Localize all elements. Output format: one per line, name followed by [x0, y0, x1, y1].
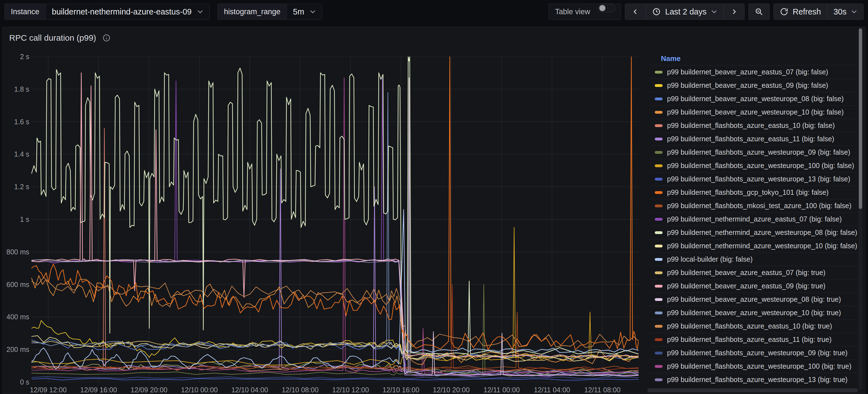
series-name: p99 buildernet_flashbots_azure_westeurop…	[667, 148, 850, 156]
refresh-icon	[780, 7, 788, 16]
legend-item[interactable]: p99 buildernet_nethermind_azure_westeuro…	[650, 226, 861, 239]
refresh-button[interactable]: Refresh	[774, 4, 827, 20]
legend-item[interactable]: p99 buildernet_beaver_azure_westeurope_1…	[650, 105, 861, 119]
series-color-swatch	[655, 71, 662, 73]
x-axis-tick-label: 12/11 08:00	[584, 386, 620, 394]
series-line	[31, 78, 639, 376]
series-color-swatch	[655, 111, 662, 114]
x-axis-tick-label: 12/10 04:00	[231, 386, 268, 394]
y-axis-tick-label: 800 ms	[4, 248, 29, 256]
series-name: p99 buildernet_nethermind_azure_westeuro…	[667, 229, 857, 236]
legend-item[interactable]: p99 local-builder (big: false)	[650, 253, 861, 266]
legend-item[interactable]: p99 buildernet_beaver_azure_westeurope_0…	[650, 92, 861, 105]
legend-item[interactable]: p99 buildernet_beaver_azure_westeurope_1…	[650, 306, 861, 319]
chevron-left-icon	[631, 7, 640, 16]
legend-item[interactable]: p99 buildernet_nethermind_azure_eastus_0…	[650, 212, 861, 226]
instance-dropdown[interactable]: buildernet-nethermind-azure-eastus-09	[46, 4, 209, 20]
histogram-range-value: 5m	[293, 7, 304, 17]
series-color-swatch	[655, 271, 662, 274]
y-axis-tick-label: 1.4 s	[4, 150, 29, 158]
series-line	[31, 321, 639, 361]
x-axis-tick-label: 12/10 00:00	[181, 386, 218, 394]
legend-item[interactable]: p99 buildernet_flashbots_azure_westeurop…	[650, 172, 861, 186]
legend-item[interactable]: p99 buildernet_beaver_azure_eastus_07 (b…	[650, 266, 861, 279]
legend-item[interactable]: p99 buildernet_flashbots_gcp_tokyo_101 (…	[650, 186, 861, 199]
legend-item[interactable]: p99 buildernet_beaver_azure_eastus_09 (b…	[650, 78, 861, 92]
series-line	[31, 57, 639, 355]
legend-item[interactable]: p99 buildernet_flashbots_azure_westeurop…	[650, 145, 861, 159]
legend-item[interactable]: p99 buildernet_beaver_azure_eastus_09 (b…	[650, 279, 861, 293]
series-line	[31, 73, 639, 357]
legend-item[interactable]: p99 buildernet_flashbots_azure_eastus_11…	[650, 132, 861, 145]
legend-header-name[interactable]: Name	[650, 54, 861, 65]
histogram-range-dropdown[interactable]: 5m	[287, 4, 322, 20]
series-line	[31, 78, 639, 377]
legend-item[interactable]: p99 buildernet_flashbots_mkosi_test_azur…	[650, 199, 861, 212]
table-view-control: Table view	[549, 4, 621, 20]
clock-icon	[652, 7, 661, 16]
series-name: p99 buildernet_flashbots_azure_westeurop…	[667, 162, 854, 170]
y-axis-tick-label: 200 ms	[4, 345, 29, 354]
series-color-swatch	[655, 151, 662, 154]
legend-item[interactable]: p99 buildernet_flashbots_azure_eastus_10…	[650, 319, 861, 333]
histogram-range-variable-control: histogram_range 5m	[217, 4, 322, 20]
time-range-forward-button[interactable]	[723, 4, 744, 20]
series-name: p99 buildernet_flashbots_azure_eastus_11…	[667, 135, 834, 143]
legend-item[interactable]: p99 buildernet_flashbots_azure_eastus_11…	[650, 333, 861, 346]
legend-scrollbar-track[interactable]	[859, 27, 862, 390]
chevron-down-icon	[851, 10, 857, 14]
x-axis-tick-label: 12/11 00:00	[484, 386, 520, 394]
series-color-swatch	[655, 379, 662, 381]
instance-variable-control: Instance buildernet-nethermind-azure-eas…	[4, 4, 210, 20]
series-color-swatch	[655, 84, 662, 87]
series-color-swatch	[655, 231, 662, 234]
legend-item[interactable]: p99 buildernet_beaver_azure_eastus_07 (b…	[650, 65, 861, 78]
time-range-back-button[interactable]	[625, 4, 646, 20]
series-color-swatch	[655, 365, 662, 368]
refresh-label: Refresh	[793, 7, 821, 17]
series-color-swatch	[655, 258, 662, 261]
chevron-down-icon	[197, 10, 203, 14]
info-icon[interactable]	[102, 34, 111, 42]
legend-item[interactable]: p99 buildernet_flashbots_azure_eastus_10…	[650, 119, 861, 132]
series-name: p99 buildernet_beaver_azure_westeurope_0…	[667, 295, 841, 303]
x-axis-tick-label: 12/09 16:00	[80, 386, 117, 394]
series-name: p99 buildernet_flashbots_azure_eastus_10…	[667, 122, 835, 130]
series-color-swatch	[655, 204, 662, 207]
legend-item[interactable]: p99 buildernet_flashbots_azure_westeurop…	[650, 159, 861, 172]
zoom-out-button[interactable]	[748, 4, 770, 20]
x-axis-tick-label: 12/10 08:00	[282, 386, 319, 394]
time-series-plot[interactable]	[31, 57, 639, 382]
x-axis-tick-label: 12/10 20:00	[433, 386, 470, 394]
legend-item[interactable]: p99 buildernet_flashbots_azure_westeurop…	[650, 346, 861, 359]
series-color-swatch	[655, 178, 662, 180]
toolbar: Instance buildernet-nethermind-azure-eas…	[0, 0, 868, 24]
y-axis-tick-label: 1.8 s	[4, 85, 29, 93]
series-color-swatch	[655, 244, 662, 248]
legend-item[interactable]: p99 buildernet_flashbots_azure_westeurop…	[650, 359, 861, 373]
series-name: p99 buildernet_beaver_azure_westeurope_1…	[667, 309, 841, 317]
series-name: p99 buildernet_flashbots_gcp_tokyo_101 (…	[667, 188, 829, 196]
series-color-swatch	[655, 191, 662, 194]
series-name: p99 buildernet_flashbots_azure_westeurop…	[667, 375, 848, 384]
refresh-interval-dropdown[interactable]: 30s	[827, 4, 863, 20]
series-name: p99 buildernet_beaver_azure_westeurope_0…	[667, 95, 844, 103]
series-name: p99 local-builder (big: false)	[667, 255, 753, 263]
time-range-picker-button[interactable]: Last 2 days	[646, 4, 723, 20]
table-view-toggle[interactable]	[598, 4, 615, 12]
rpc-duration-panel: RPC call duration (p99) 0 s200 ms400 ms6…	[2, 27, 866, 394]
series-color-swatch	[655, 338, 662, 341]
legend-scrollbar-thumb[interactable]	[859, 28, 862, 209]
legend-item[interactable]: p99 buildernet_flashbots_azure_westeurop…	[650, 373, 861, 386]
legend-item[interactable]: p99 buildernet_beaver_azure_westeurope_0…	[650, 293, 861, 306]
legend-horizontal-scrollbar[interactable]	[647, 388, 858, 392]
time-picker-group: Last 2 days	[625, 4, 744, 20]
series-lines	[31, 57, 639, 380]
y-axis-tick-label: 1.2 s	[4, 183, 29, 191]
x-axis-tick-label: 12/09 12:00	[30, 386, 67, 394]
y-axis: 0 s200 ms400 ms600 ms800 ms1 s1.2 s1.4 s…	[2, 27, 29, 394]
series-line	[31, 93, 639, 376]
series-name: p99 buildernet_nethermind_azure_westeuro…	[667, 242, 857, 250]
legend-item[interactable]: p99 buildernet_nethermind_azure_westeuro…	[650, 239, 861, 253]
series-color-swatch	[655, 325, 662, 328]
